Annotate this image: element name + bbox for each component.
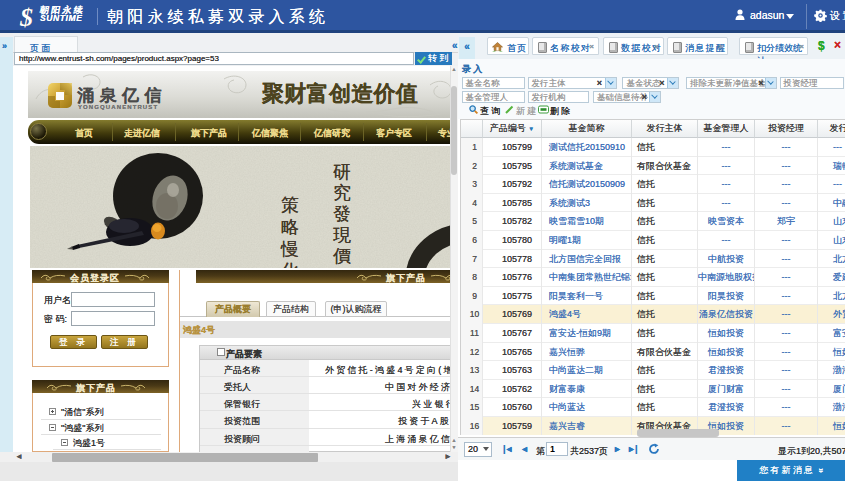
svg-text:$: $	[19, 3, 33, 30]
